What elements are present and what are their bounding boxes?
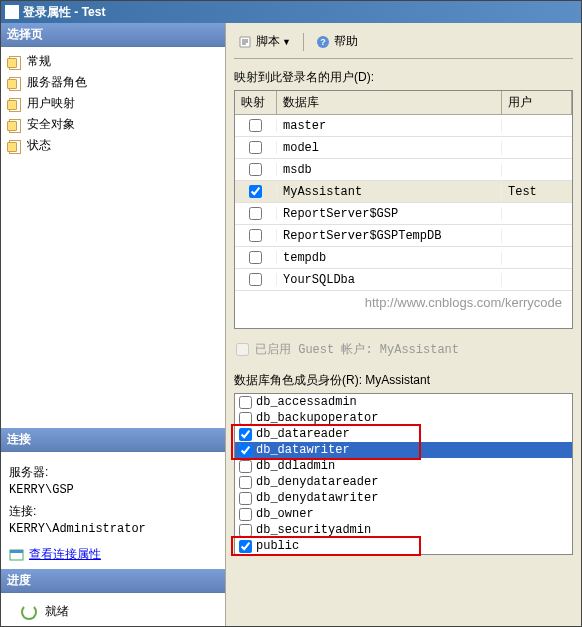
role-item[interactable]: db_ddladmin [235,458,572,474]
role-checkbox[interactable] [239,460,252,473]
properties-icon [9,548,25,562]
window-title: 登录属性 - Test [23,4,105,21]
sidebar: 选择页 常规 服务器角色 用户映射 安全对象 状态 连接 服务器: KERRY\… [1,23,226,626]
map-checkbox[interactable] [249,251,262,264]
page-icon [7,118,23,132]
role-name: db_datareader [256,427,350,441]
connection-info: 服务器: KERRY\GSP 连接: KERRY\Administrator 查… [1,452,225,569]
app-icon [5,5,19,19]
table-row[interactable]: ReportServer$GSPTempDB [235,225,572,247]
role-name: db_ddladmin [256,459,335,473]
role-name: db_denydatawriter [256,491,378,505]
role-name: db_denydatareader [256,475,378,489]
progress-header: 进度 [1,569,225,593]
col-user[interactable]: 用户 [502,91,572,114]
table-row[interactable]: YourSQLDba [235,269,572,291]
table-row[interactable]: tempdb [235,247,572,269]
role-item[interactable]: db_denydatareader [235,474,572,490]
help-button[interactable]: ? 帮助 [312,31,362,52]
server-value: KERRY\GSP [9,483,217,497]
map-checkbox[interactable] [249,163,262,176]
role-checkbox[interactable] [239,428,252,441]
toolbar: 脚本 ▼ ? 帮助 [234,31,573,56]
role-item[interactable]: db_datawriter [235,442,572,458]
map-checkbox[interactable] [249,141,262,154]
nav-item-securables[interactable]: 安全对象 [1,114,225,135]
page-icon [7,76,23,90]
mapping-label: 映射到此登录名的用户(D): [234,69,573,86]
table-row[interactable]: MyAssistantTest [235,181,572,203]
role-checkbox[interactable] [239,508,252,521]
toolbar-separator [303,33,304,51]
role-item[interactable]: db_denydatawriter [235,490,572,506]
nav-item-user-mapping[interactable]: 用户映射 [1,93,225,114]
connection-label: 连接: [9,503,217,520]
server-label: 服务器: [9,464,217,481]
col-database[interactable]: 数据库 [277,91,502,114]
role-checkbox[interactable] [239,524,252,537]
progress-spinner-icon [21,604,37,620]
db-cell: model [277,141,502,155]
content-panel: 脚本 ▼ ? 帮助 映射到此登录名的用户(D): 映射 数据库 用户 maste… [226,23,581,626]
role-item[interactable]: db_securityadmin [235,522,572,538]
help-icon: ? [316,35,332,49]
sidebar-spacer [1,160,225,428]
table-row[interactable]: master [235,115,572,137]
role-checkbox[interactable] [239,396,252,409]
db-cell: master [277,119,502,133]
role-checkbox[interactable] [239,476,252,489]
db-cell: YourSQLDba [277,273,502,287]
nav-list: 常规 服务器角色 用户映射 安全对象 状态 [1,47,225,160]
table-row[interactable]: model [235,137,572,159]
col-map[interactable]: 映射 [235,91,277,114]
script-button[interactable]: 脚本 ▼ [234,31,295,52]
guest-enabled-row: 已启用 Guest 帐户: MyAssistant [236,341,573,358]
guest-checkbox [236,343,249,356]
role-item[interactable]: db_datareader [235,426,572,442]
nav-item-general[interactable]: 常规 [1,51,225,72]
grid-header: 映射 数据库 用户 [235,91,572,115]
page-icon [7,139,23,153]
page-icon [7,55,23,69]
view-connection-text: 查看连接属性 [29,546,101,563]
role-item[interactable]: db_backupoperator [235,410,572,426]
chevron-down-icon: ▼ [282,37,291,47]
db-cell: tempdb [277,251,502,265]
role-item[interactable]: db_owner [235,506,572,522]
blog-url: http://www.cnblogs.com/kerrycode [235,291,572,310]
role-checkbox[interactable] [239,492,252,505]
role-checkbox[interactable] [239,412,252,425]
role-name: db_owner [256,507,314,521]
role-item[interactable]: db_accessadmin [235,394,572,410]
table-row[interactable]: ReportServer$GSP [235,203,572,225]
svg-text:?: ? [320,37,326,47]
connection-value: KERRY\Administrator [9,522,217,536]
nav-item-status[interactable]: 状态 [1,135,225,156]
map-checkbox[interactable] [249,185,262,198]
progress-section: 就绪 [1,593,225,626]
titlebar: 登录属性 - Test [1,1,581,23]
nav-item-server-roles[interactable]: 服务器角色 [1,72,225,93]
role-item[interactable]: public [235,538,572,554]
role-checkbox[interactable] [239,444,252,457]
map-checkbox[interactable] [249,207,262,220]
toolbar-divider [234,58,573,59]
map-checkbox[interactable] [249,229,262,242]
progress-status: 就绪 [45,603,69,620]
map-checkbox[interactable] [249,119,262,132]
select-page-header: 选择页 [1,23,225,47]
map-checkbox[interactable] [249,273,262,286]
db-cell: msdb [277,163,502,177]
role-name: db_datawriter [256,443,350,457]
svg-rect-1 [10,550,23,553]
role-name: db_accessadmin [256,395,357,409]
db-cell: ReportServer$GSP [277,207,502,221]
user-cell: Test [502,185,572,199]
table-row[interactable]: msdb [235,159,572,181]
role-checkbox[interactable] [239,540,252,553]
view-connection-link[interactable]: 查看连接属性 [9,546,217,563]
roles-label: 数据库角色成员身份(R): MyAssistant [234,372,573,389]
script-icon [238,35,254,49]
roles-listbox[interactable]: db_accessadmindb_backupoperatordb_datare… [234,393,573,555]
connection-header: 连接 [1,428,225,452]
